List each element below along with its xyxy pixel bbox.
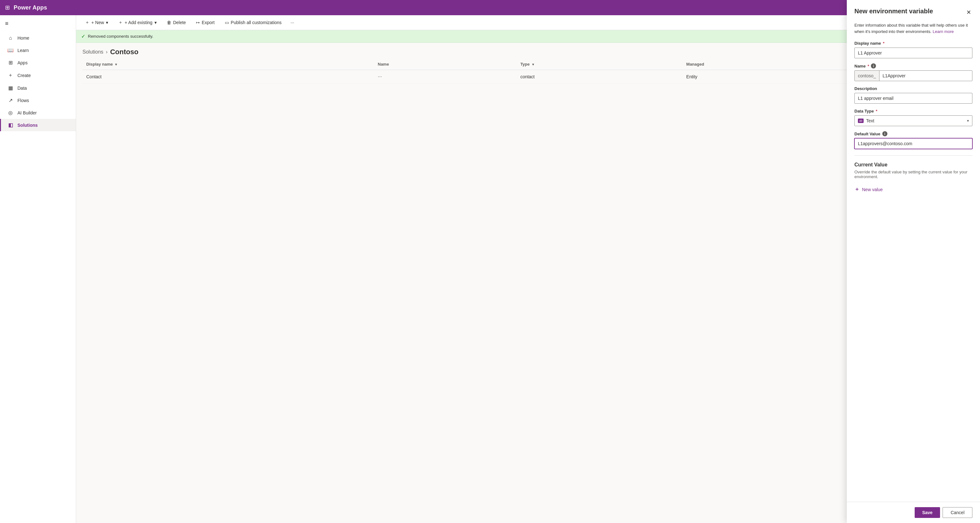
cell-name: contact [517,70,682,84]
sidebar-item-home[interactable]: ⌂ Home [0,32,76,44]
sidebar-item-label-apps: Apps [18,60,28,65]
row-name: contact [520,74,535,79]
display-name-field: Display name * [854,41,972,58]
delete-label: Delete [173,20,186,25]
name-prefix: contoso_ [855,71,880,81]
toolbar: ＋ + New ▾ ＋ + Add existing ▾ 🗑 Delete ↦ … [76,15,980,30]
cell-type: Entity [682,70,875,84]
description-input[interactable] [854,93,972,104]
new-plus-icon: ＋ [85,20,89,25]
data-type-label-text: Data Type [854,109,874,114]
sidebar-item-label-solutions: Solutions [18,123,38,128]
name-field: Name * i contoso_ [854,63,972,81]
delete-trash-icon: 🗑 [167,20,171,25]
delete-button[interactable]: 🗑 Delete [163,18,190,27]
name-info-icon[interactable]: i [871,63,876,68]
plus-icon: ＋ [854,186,859,193]
col-managed: Managed [682,59,875,70]
display-name-label: Display name * [854,41,972,46]
export-button[interactable]: ↦ Export [192,18,218,27]
more-options-button[interactable]: ··· [288,18,297,27]
sidebar-toggle[interactable]: ≡ [0,15,76,32]
learn-icon: 📖 [7,47,14,53]
sort-type-icon: ▾ [532,62,534,66]
publish-button[interactable]: ▭ Publish all customizations [221,18,285,27]
default-value-input[interactable] [854,138,972,149]
sidebar-item-ai-builder[interactable]: ◎ AI Builder [0,106,76,119]
name-label-text: Name [854,64,865,68]
sidebar-item-learn[interactable]: 📖 Learn [0,44,76,56]
sidebar-item-label-home: Home [18,35,29,41]
export-icon: ↦ [196,20,200,25]
sidebar-item-flows[interactable]: ↗ Flows [0,94,76,106]
grid-icon[interactable]: ⊞ [5,4,10,11]
ai-builder-icon: ◎ [7,110,14,116]
current-value-section: Current Value Override the default value… [854,162,972,195]
solutions-icon: ◧ [7,122,14,128]
sidebar-item-label-flows: Flows [18,98,29,103]
home-icon: ⌂ [7,35,14,41]
publish-label: Publish all customizations [231,20,282,25]
sidebar-item-data[interactable]: ▦ Data [0,82,76,94]
panel-body: Enter information about this variable th… [847,17,980,502]
app-title: Power Apps [14,5,47,11]
sidebar-item-apps[interactable]: ⊞ Apps [0,56,76,69]
sidebar-item-create[interactable]: ＋ Create [0,69,76,82]
col-type[interactable]: Type ▾ [517,59,682,70]
add-new-value-button[interactable]: ＋ New value [854,184,883,195]
learn-more-link[interactable]: Learn more [933,29,954,34]
col-managed-label: Managed [686,62,704,67]
breadcrumb-solutions-link[interactable]: Solutions [83,49,103,55]
add-value-label: New value [862,187,883,192]
cell-display-name: Contact [83,70,374,84]
current-value-desc: Override the default value by setting th… [854,170,972,179]
breadcrumb-separator: › [106,49,108,55]
sidebar: ≡ ⌂ Home 📖 Learn ⊞ Apps ＋ Create ▦ Data … [0,15,76,523]
display-name-required: * [883,41,885,46]
default-value-field: Default Value i [854,131,972,149]
add-existing-label: + Add existing [125,20,153,25]
breadcrumb-current: Contoso [110,48,138,56]
table-row: Contact ··· contact Entity 🔒 [83,70,974,84]
data-type-icon: ab [858,119,864,123]
export-label: Export [202,20,215,25]
sidebar-item-label-ai-builder: AI Builder [18,110,37,116]
new-dropdown-icon: ▾ [106,20,108,25]
col-display-name[interactable]: Display name ▾ [83,59,374,70]
breadcrumb: Solutions › Contoso [76,43,980,59]
panel-description: Enter information about this variable th… [854,22,972,35]
data-type-chevron-icon: ▾ [967,119,969,123]
add-existing-button[interactable]: ＋ + Add existing ▾ [115,18,161,27]
row-actions-button[interactable]: ··· [378,74,382,79]
current-value-title: Current Value [854,162,972,168]
description-label-text: Description [854,86,877,91]
row-type: Entity [686,74,697,79]
data-type-label: Data Type * [854,109,972,114]
sidebar-item-label-data: Data [18,86,27,91]
data-type-required: * [876,109,877,114]
new-env-variable-panel: New environment variable ✕ Enter informa… [847,15,980,523]
default-value-info-icon[interactable]: i [882,131,888,136]
content-area: ＋ + New ▾ ＋ + Add existing ▾ 🗑 Delete ↦ … [76,15,980,523]
sidebar-item-label-create: Create [18,73,31,78]
name-suffix-input[interactable] [880,71,972,81]
data-icon: ▦ [7,85,14,91]
data-type-select[interactable]: ab Text ▾ [854,116,972,126]
table-container: Display name ▾ Name Type ▾ Managed [76,59,980,523]
new-label: + New [91,20,104,25]
close-icon: ✕ [966,15,971,16]
cancel-button[interactable]: Cancel [943,507,972,518]
display-name-input[interactable] [854,48,972,58]
apps-icon: ⊞ [7,60,14,66]
flows-icon: ↗ [7,97,14,103]
top-bar: ⊞ Power Apps Environment Contoso [0,0,980,15]
new-button[interactable]: ＋ + New ▾ [81,18,112,27]
success-check-icon: ✓ [81,33,85,39]
description-field: Description [854,86,972,104]
col-name-label: Name [378,62,389,67]
save-button[interactable]: Save [915,507,940,518]
main-layout: ≡ ⌂ Home 📖 Learn ⊞ Apps ＋ Create ▦ Data … [0,15,980,523]
name-required: * [867,64,869,68]
publish-icon: ▭ [225,20,229,25]
sidebar-item-solutions[interactable]: ◧ Solutions [0,119,76,131]
